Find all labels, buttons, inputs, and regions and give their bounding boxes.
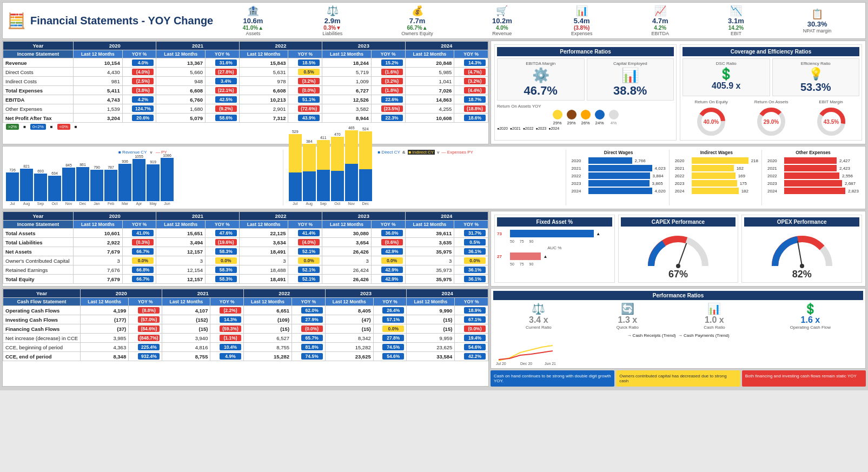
- coverage-grid: DSC Ratio 💲 405.9 x Efficiency Ratio 💡 5…: [683, 58, 859, 96]
- col-l12m-2023: Last 12 Months: [322, 50, 372, 58]
- badge: (9.2%): [215, 105, 237, 112]
- direct-bar: [289, 172, 302, 201]
- badge: 41.0%: [132, 230, 154, 236]
- ebit-donut: EBIT Margin 43.5%: [815, 99, 847, 138]
- kpi-value: 5.4m: [574, 17, 590, 25]
- cell-0: 7,679: [74, 275, 123, 284]
- badge: 58.3%: [215, 276, 237, 282]
- col-l12m-2024: Last 12 Months: [405, 50, 454, 58]
- cell-9: 54.6%: [455, 343, 488, 352]
- cell-9: 18.9%: [455, 306, 488, 315]
- badge: 4.9%: [220, 353, 241, 360]
- year-2024: 2024: [405, 42, 488, 50]
- badge: 52.1%: [298, 267, 320, 273]
- cell-4: 18,491: [239, 247, 288, 256]
- cell-6: 3,654: [322, 238, 372, 247]
- exp-bar-stack: [303, 144, 316, 201]
- badge: 74.5%: [301, 353, 323, 360]
- cell-0: 3: [74, 256, 123, 265]
- capital-employed-value: 38.8%: [589, 84, 672, 98]
- revenue-bar-col: 821 Aug: [20, 164, 33, 205]
- cell-6: 26,424: [322, 265, 372, 275]
- cell-3: 58.3%: [206, 265, 240, 275]
- svg-text:29.0%: 29.0%: [764, 119, 779, 125]
- badge: 4.2%: [132, 96, 154, 103]
- cell-4: 18,488: [239, 265, 288, 275]
- row-label: Total Liabilities: [3, 238, 74, 247]
- kpi-change: 41.0%▲: [243, 25, 263, 31]
- cell-0: 10,601: [74, 229, 123, 238]
- bar-month: Oct: [52, 202, 58, 205]
- fa-val2: 27: [497, 254, 508, 259]
- indirect-bar: [289, 134, 302, 172]
- cell-0: 3,985: [81, 334, 129, 343]
- bar-value: 936: [122, 159, 128, 163]
- wage-bar: [692, 172, 736, 179]
- kpi-npat-margin: 📋 30.3% NPAT margin: [800, 8, 835, 34]
- efficiency-value: 53.3%: [775, 81, 857, 94]
- indirect-bar: [317, 140, 330, 170]
- cell-4: 22,125: [239, 229, 288, 238]
- cf-year-2021: 2021: [162, 289, 244, 298]
- exp-bar-value: 411: [320, 136, 327, 139]
- badge: (3.2%): [464, 78, 486, 84]
- badge: 74.5%: [382, 344, 404, 350]
- cell-9: (4.4%): [454, 86, 488, 95]
- wage-row: 2022 2,556: [767, 172, 859, 179]
- cell-0: 4,199: [81, 306, 129, 315]
- other-expenses-title: Other Expenses: [767, 150, 859, 155]
- cell-4: 10,213: [239, 95, 288, 104]
- svg-line-11: [798, 241, 802, 266]
- kpi-label: Assets: [246, 31, 260, 36]
- badge: 0.0%: [132, 257, 154, 264]
- roa-dots: 29% 29% 26%: [497, 110, 674, 125]
- asset-panels-row: Fixed Asset % 73 ▲ 50 75 90 AUC %: [494, 215, 862, 283]
- fa-scale2-90: 90: [529, 262, 534, 266]
- opex-gauge: 82%: [744, 231, 859, 280]
- bs-col-yoy-2024: YOY %: [454, 221, 488, 229]
- year-header: Year: [3, 42, 74, 50]
- indirect-wages-bars: 2020 218 2021 162 2022 169 2023 175 2024…: [675, 157, 758, 194]
- cash-ratio-icon: 📊: [704, 302, 725, 315]
- direct-cy-label: ■ Direct CY: [378, 150, 400, 155]
- exp-month: Nov: [348, 202, 355, 205]
- revenue-bar-col: 1086 Jun: [161, 154, 174, 205]
- cell-6: 8,944: [322, 114, 372, 123]
- cell-5: 65.7%: [292, 334, 326, 343]
- cash-ratio-value: 1.0 x: [704, 315, 725, 325]
- revenue-bar-col: 787 Feb: [104, 165, 117, 205]
- roe-label: Return On Equity: [694, 99, 727, 104]
- cell-2: 5,079: [156, 114, 206, 123]
- cell-2: 1,680: [156, 104, 206, 114]
- wage-val: 162: [737, 166, 744, 171]
- bar-rect: [132, 159, 145, 201]
- bar-month: Dec: [79, 202, 86, 205]
- wage-bar: [784, 172, 839, 179]
- col-yoy-2024: YOY %: [454, 50, 488, 58]
- table-row: Investing Cash Flows(177)(57.0%)(152)14.…: [3, 315, 488, 324]
- cell-7: 54.6%: [373, 352, 407, 361]
- cell-8: 5,985: [405, 68, 454, 77]
- badge: 18.7%: [464, 96, 486, 103]
- badge: 42.9%: [381, 276, 403, 282]
- fa-bar2: [510, 252, 541, 260]
- expense-bar-col: 411 Sep: [317, 136, 330, 205]
- cell-7: 57.1%: [373, 315, 407, 324]
- badge: 225.4%: [138, 344, 160, 350]
- kpi-label: NPAT margin: [803, 28, 832, 34]
- bs-year-header: Year: [3, 212, 74, 221]
- badge: 19.4%: [464, 335, 486, 341]
- bs-year-2023: 2023: [322, 212, 405, 221]
- cell-0: (177): [81, 315, 129, 324]
- kpi-assets: 🏦 10.6m 41.0%▲ Assets: [240, 5, 267, 36]
- bs-year-2021: 2021: [156, 212, 239, 221]
- current-ratio-icon: ⚖️: [526, 302, 552, 315]
- dashboard: 🧮 Financial Statements - YOY Change 🏦 10…: [0, 0, 868, 390]
- wage-year: 2024: [572, 189, 587, 194]
- fixed-asset-panel: Fixed Asset % 73 ▲ 50 75 90 AUC %: [494, 215, 615, 283]
- cell-6: 5,719: [322, 68, 372, 77]
- wage-bar: [692, 180, 737, 187]
- roa-dot-2020: [553, 110, 562, 119]
- badge: 27.8%: [382, 335, 404, 341]
- cell-0: 4,430: [74, 68, 123, 77]
